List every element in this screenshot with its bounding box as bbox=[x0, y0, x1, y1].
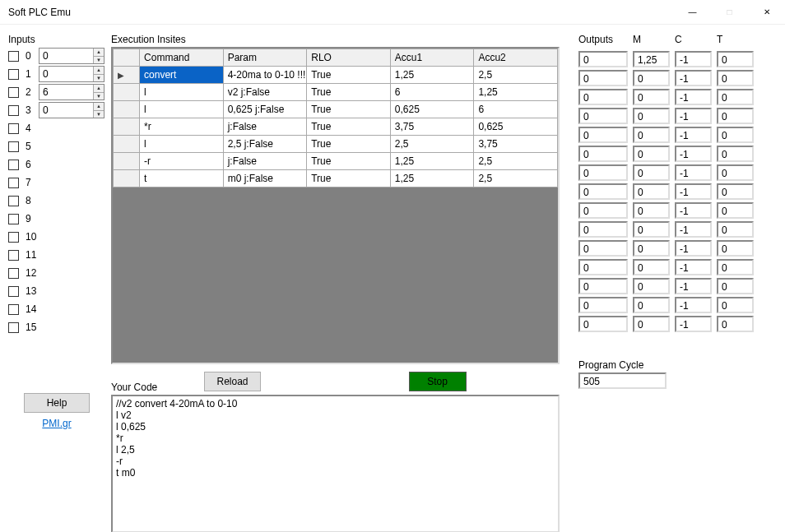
spinner-down-icon[interactable]: ▼ bbox=[94, 92, 104, 100]
input-checkbox-4[interactable] bbox=[8, 123, 19, 134]
input-checkbox-13[interactable] bbox=[8, 286, 19, 297]
input-checkbox-5[interactable] bbox=[8, 141, 19, 152]
input-value-2[interactable] bbox=[39, 85, 93, 99]
grid-cell[interactable]: l bbox=[140, 84, 224, 101]
row-caret-icon: ▶ bbox=[118, 71, 124, 80]
input-checkbox-8[interactable] bbox=[8, 196, 19, 206]
grid-cell[interactable]: 3,75 bbox=[390, 118, 474, 136]
grid-cell[interactable]: j:False bbox=[223, 118, 307, 136]
spinner-down-icon[interactable]: ▼ bbox=[94, 74, 104, 82]
input-value-3[interactable] bbox=[39, 103, 93, 118]
grid-cell[interactable]: True bbox=[307, 101, 391, 118]
input-row: 6 bbox=[8, 155, 107, 173]
input-value-1[interactable] bbox=[39, 67, 93, 81]
grid-cell[interactable]: 0,625 bbox=[474, 118, 558, 136]
grid-header[interactable]: Param bbox=[223, 49, 307, 67]
grid-cell[interactable]: 2,5 bbox=[390, 136, 474, 153]
grid-cell[interactable]: 2,5 bbox=[474, 153, 558, 170]
grid-cell[interactable]: *r bbox=[140, 118, 224, 136]
input-checkbox-3[interactable] bbox=[8, 105, 19, 116]
grid-cell[interactable]: 1,25 bbox=[390, 170, 474, 187]
t-value: 0 bbox=[717, 240, 754, 257]
grid-cell[interactable]: 3,75 bbox=[474, 136, 558, 153]
input-spinner-3[interactable]: ▲ ▼ bbox=[39, 102, 105, 118]
grid-cell[interactable]: v2 j:False bbox=[223, 84, 307, 101]
grid-cell[interactable]: 6 bbox=[474, 101, 558, 118]
table-row[interactable]: -r j:FalseTrue1,252,5 bbox=[114, 153, 558, 170]
grid-cell[interactable]: 1,25 bbox=[390, 153, 474, 170]
input-checkbox-14[interactable] bbox=[8, 304, 19, 315]
table-row[interactable]: lv2 j:FalseTrue61,25 bbox=[114, 84, 558, 101]
grid-cell[interactable]: 6 bbox=[390, 84, 474, 101]
grid-cell[interactable]: convert bbox=[140, 67, 224, 84]
row-header[interactable] bbox=[114, 101, 140, 118]
grid-cell[interactable]: True bbox=[307, 67, 391, 84]
input-checkbox-10[interactable] bbox=[8, 232, 19, 243]
input-spinner-1[interactable]: ▲ ▼ bbox=[39, 66, 105, 82]
spinner-down-icon[interactable]: ▼ bbox=[94, 110, 104, 118]
input-checkbox-12[interactable] bbox=[8, 268, 19, 279]
spinner-up-icon[interactable]: ▲ bbox=[94, 49, 104, 56]
code-textarea[interactable] bbox=[111, 395, 560, 532]
grid-cell[interactable]: True bbox=[307, 153, 391, 170]
grid-cell[interactable]: True bbox=[307, 84, 391, 101]
grid-header[interactable]: Command bbox=[140, 49, 224, 67]
t-value: 0 bbox=[717, 259, 754, 275]
grid-cell[interactable]: j:False bbox=[223, 153, 307, 170]
table-row[interactable]: l2,5 j:FalseTrue2,53,75 bbox=[114, 136, 558, 153]
input-checkbox-15[interactable] bbox=[8, 322, 19, 333]
grid-cell[interactable]: 1,25 bbox=[390, 67, 474, 84]
input-checkbox-0[interactable] bbox=[8, 51, 19, 62]
grid-header[interactable]: Accu2 bbox=[474, 49, 558, 67]
grid-cell[interactable]: 2,5 bbox=[474, 67, 558, 84]
close-button[interactable]: ✕ bbox=[748, 0, 785, 25]
grid-cell[interactable]: t bbox=[140, 170, 224, 187]
output-value: 0 bbox=[578, 164, 628, 181]
grid-cell[interactable]: l bbox=[140, 101, 224, 118]
minimize-button[interactable]: — bbox=[674, 0, 711, 25]
grid-cell[interactable]: True bbox=[307, 136, 391, 153]
input-checkbox-6[interactable] bbox=[8, 160, 19, 170]
execution-grid[interactable]: CommandParamRLOAccu1Accu2 ▶convert4-20ma… bbox=[113, 49, 558, 187]
grid-cell[interactable]: True bbox=[307, 170, 391, 187]
table-row[interactable]: tm0 j:FalseTrue1,252,5 bbox=[114, 170, 558, 187]
output-value: 0 bbox=[578, 183, 628, 200]
row-header[interactable] bbox=[114, 170, 140, 187]
grid-cell[interactable]: True bbox=[307, 118, 391, 136]
grid-cell[interactable]: 0,625 bbox=[390, 101, 474, 118]
grid-cell[interactable]: 0,625 j:False bbox=[223, 101, 307, 118]
input-spinner-0[interactable]: ▲ ▼ bbox=[39, 48, 105, 64]
grid-cell[interactable]: 4-20ma to 0-10 !!!! bbox=[223, 67, 307, 84]
input-value-0[interactable] bbox=[39, 49, 93, 63]
input-checkbox-11[interactable] bbox=[8, 250, 19, 261]
row-header[interactable] bbox=[114, 136, 140, 153]
grid-cell[interactable]: 2,5 j:False bbox=[223, 136, 307, 153]
input-checkbox-7[interactable] bbox=[8, 178, 19, 188]
input-checkbox-1[interactable] bbox=[8, 69, 19, 80]
input-row: 8 bbox=[8, 192, 107, 210]
table-row[interactable]: ▶convert4-20ma to 0-10 !!!!True1,252,5 bbox=[114, 67, 558, 84]
input-spinner-2[interactable]: ▲ ▼ bbox=[39, 84, 105, 100]
input-checkbox-9[interactable] bbox=[8, 214, 19, 224]
row-header[interactable]: ▶ bbox=[114, 67, 140, 84]
grid-cell[interactable]: l bbox=[140, 136, 224, 153]
table-row[interactable]: *r j:FalseTrue3,750,625 bbox=[114, 118, 558, 136]
spinner-up-icon[interactable]: ▲ bbox=[94, 85, 104, 92]
spinner-down-icon[interactable]: ▼ bbox=[94, 56, 104, 64]
row-header[interactable] bbox=[114, 84, 140, 101]
grid-cell[interactable]: 2,5 bbox=[474, 170, 558, 187]
grid-header[interactable]: Accu1 bbox=[390, 49, 474, 67]
input-checkbox-2[interactable] bbox=[8, 87, 19, 98]
spinner-up-icon[interactable]: ▲ bbox=[94, 67, 104, 74]
grid-cell[interactable]: -r bbox=[140, 153, 224, 170]
row-header[interactable] bbox=[114, 153, 140, 170]
grid-cell[interactable]: m0 j:False bbox=[223, 170, 307, 187]
grid-header[interactable]: RLO bbox=[307, 49, 391, 67]
table-row[interactable]: l0,625 j:FalseTrue0,6256 bbox=[114, 101, 558, 118]
input-row: 14 bbox=[8, 300, 107, 318]
grid-cell[interactable]: 1,25 bbox=[474, 84, 558, 101]
help-button[interactable]: Help bbox=[24, 393, 90, 413]
pmi-link[interactable]: PMI.gr bbox=[20, 418, 94, 429]
spinner-up-icon[interactable]: ▲ bbox=[94, 103, 104, 110]
row-header[interactable] bbox=[114, 118, 140, 136]
